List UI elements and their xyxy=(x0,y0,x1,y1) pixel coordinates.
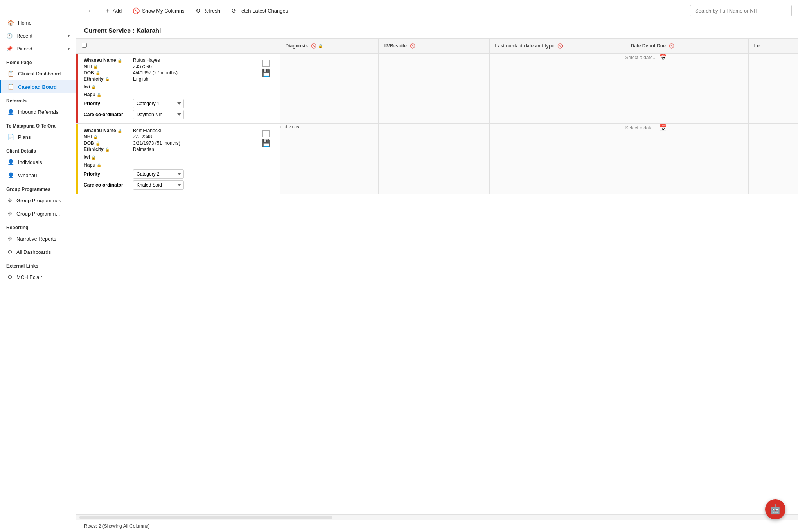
data-table-wrapper[interactable]: Diagnosis 🚫 🔒 IP/Respite 🚫 xyxy=(76,38,798,514)
add-label: Add xyxy=(113,8,122,14)
dashboards-icon: ⚙ xyxy=(7,249,13,255)
sidebar-item-clinical-dashboard[interactable]: 📋 Clinical Dashboard xyxy=(0,67,76,80)
show-columns-label: Show My Columns xyxy=(142,8,184,14)
priority-label-2: Priority xyxy=(84,171,131,177)
sidebar-item-all-dashboards[interactable]: ⚙ All Dashboards xyxy=(0,245,76,259)
th-select-all xyxy=(76,39,280,53)
refresh-button[interactable]: ↻ Refresh xyxy=(191,5,225,17)
th-diagnosis-label: Diagnosis xyxy=(286,43,308,49)
section-label-group-programmes: Group Programmes xyxy=(0,182,76,194)
priority-select-2[interactable]: Category 1 Category 2 Category 3 xyxy=(133,169,184,179)
fetch-icon: ↺ xyxy=(231,7,236,14)
care-coord-select-1[interactable]: Daymon Nin xyxy=(133,110,184,119)
content-area: Current Service : Kaiarahi Diagnosis 🚫 🔒 xyxy=(76,22,798,532)
group-icon-2: ⚙ xyxy=(7,210,13,217)
client-card-1: Whanau Name 🔒 Rufus Hayes NHI 🔒 ZJS7596 xyxy=(76,54,280,123)
home-icon: 🏠 xyxy=(7,20,14,26)
sidebar-item-label: Whānau xyxy=(18,173,37,178)
client-card-2: Whanau Name 🔒 Bert Franecki NHI 🔒 ZAT234… xyxy=(76,124,280,194)
ip-respite-cell-2 xyxy=(378,124,489,194)
referral-icon: 👤 xyxy=(7,109,14,115)
individuals-icon: 👤 xyxy=(7,159,14,165)
sidebar-item-label: Individuals xyxy=(18,159,42,165)
sidebar-hamburger[interactable]: ☰ xyxy=(0,0,76,16)
chevron-down-icon: ▾ xyxy=(68,34,70,38)
sidebar-item-whanau[interactable]: 👤 Whānau xyxy=(0,169,76,182)
sidebar-item-pinned[interactable]: 📌 Pinned ▾ xyxy=(0,42,76,55)
sidebar-item-group-programmes-1[interactable]: ⚙ Group Programmes xyxy=(0,194,76,207)
row-checkbox-2[interactable] xyxy=(262,130,270,137)
show-columns-button[interactable]: 🚫 Show My Columns xyxy=(128,5,189,17)
search-input[interactable] xyxy=(690,5,792,16)
chat-fab-button[interactable]: 🤖 xyxy=(765,499,785,519)
table-row: Whanau Name 🔒 Rufus Hayes NHI 🔒 ZJS7596 xyxy=(76,53,798,124)
hide-ip-respite-icon[interactable]: 🚫 xyxy=(410,43,415,49)
scrollbar-thumb[interactable] xyxy=(79,516,332,519)
extra-cell-2 xyxy=(748,124,798,194)
hide-date-depot-icon[interactable]: 🚫 xyxy=(669,43,674,49)
calendar-icon-2[interactable]: 📅 xyxy=(659,124,667,131)
horizontal-scrollbar[interactable] xyxy=(76,514,798,520)
depot-due-cell-2[interactable]: Select a date... 📅 xyxy=(625,124,748,194)
priority-select-1[interactable]: Category 1 Category 2 Category 3 xyxy=(133,99,184,108)
fetch-latest-button[interactable]: ↺ Fetch Latest Changes xyxy=(226,5,293,17)
sidebar-item-label: Group Programmes xyxy=(16,198,61,203)
footer-rows-summary: Rows: 2 (Showing All Columns) xyxy=(76,520,798,532)
nhi-label-1: NHI 🔒 xyxy=(84,64,131,69)
sidebar-item-plans[interactable]: 📄 Plans xyxy=(0,130,76,144)
ethnicity-label-2: Ethnicity 🔒 xyxy=(84,147,131,152)
chat-fab-icon: 🤖 xyxy=(769,504,781,515)
iwi-label-2: Iwi 🔒 xyxy=(84,155,131,160)
sidebar-item-label: All Dashboards xyxy=(16,249,51,255)
whanau-name-value-1: Rufus Hayes xyxy=(133,58,160,63)
ip-respite-cell-1 xyxy=(378,53,489,124)
table-row: Whanau Name 🔒 Bert Franecki NHI 🔒 ZAT234… xyxy=(76,124,798,194)
whanau-name-value-2: Bert Franecki xyxy=(133,128,161,133)
priority-label-1: Priority xyxy=(84,101,131,106)
refresh-icon: ↻ xyxy=(196,7,201,14)
recent-icon: 🕐 xyxy=(6,33,13,39)
sidebar-item-label: Plans xyxy=(18,134,31,140)
row-checkbox-1[interactable] xyxy=(262,60,270,67)
sidebar-item-home[interactable]: 🏠 Home xyxy=(0,16,76,29)
plus-icon: ＋ xyxy=(104,7,111,15)
sidebar-item-caseload-board[interactable]: 📋 Caseload Board xyxy=(0,80,76,93)
sidebar-item-label: Pinned xyxy=(16,46,32,52)
ethnicity-value-1: English xyxy=(133,76,148,82)
back-button[interactable]: ← xyxy=(83,5,98,17)
page-subtitle: Current Service : Kaiarahi xyxy=(76,22,798,38)
caseload-icon: 📋 xyxy=(7,84,14,90)
main-content: ← ＋ Add 🚫 Show My Columns ↻ Refresh ↺ Fe… xyxy=(76,0,798,532)
add-button[interactable]: ＋ Add xyxy=(100,4,126,17)
hamburger-icon: ☰ xyxy=(6,6,12,13)
sidebar-item-recent[interactable]: 🕐 Recent ▾ xyxy=(0,29,76,42)
narrative-icon: ⚙ xyxy=(7,235,13,242)
refresh-label: Refresh xyxy=(203,8,221,14)
section-label-homepage: Home Page xyxy=(0,55,76,67)
calendar-icon-1[interactable]: 📅 xyxy=(659,54,667,61)
sidebar: ☰ 🏠 Home 🕐 Recent ▾ 📌 Pinned ▾ Home Page… xyxy=(0,0,76,532)
diagnosis-value-2: c cbv cbv xyxy=(280,124,300,129)
extra-cell-1 xyxy=(748,53,798,124)
chevron-down-icon: ▾ xyxy=(68,47,70,51)
dob-value-2: 3/21/1973 (51 months) xyxy=(133,140,180,146)
select-all-checkbox[interactable] xyxy=(82,43,87,48)
hide-diagnosis-icon[interactable]: 🚫 xyxy=(311,43,316,49)
sidebar-item-narrative-reports[interactable]: ⚙ Narrative Reports xyxy=(0,232,76,245)
iwi-label-1: Iwi 🔒 xyxy=(84,84,131,90)
sidebar-item-mch-eclair[interactable]: ⚙ MCH Eclair xyxy=(0,270,76,284)
lock-diagnosis-icon: 🔒 xyxy=(318,44,323,48)
care-coord-select-2[interactable]: Khaled Said xyxy=(133,180,184,190)
eclair-icon: ⚙ xyxy=(7,274,13,280)
sidebar-item-group-programmes-2[interactable]: ⚙ Group Programm... xyxy=(0,207,76,220)
sidebar-item-label: Home xyxy=(18,20,32,26)
sidebar-item-inbound-referrals[interactable]: 👤 Inbound Referrals xyxy=(0,105,76,119)
save-icon-2[interactable]: 💾 xyxy=(262,139,270,147)
nhi-value-2: ZAT2348 xyxy=(133,134,152,140)
depot-due-cell-1[interactable]: Select a date... 📅 xyxy=(625,53,748,124)
save-icon-1[interactable]: 💾 xyxy=(262,68,270,77)
sidebar-item-individuals[interactable]: 👤 Individuals xyxy=(0,155,76,169)
hapu-label-1: Hapu 🔒 xyxy=(84,92,131,97)
toolbar: ← ＋ Add 🚫 Show My Columns ↻ Refresh ↺ Fe… xyxy=(76,0,798,22)
hide-last-contact-icon[interactable]: 🚫 xyxy=(557,43,563,49)
